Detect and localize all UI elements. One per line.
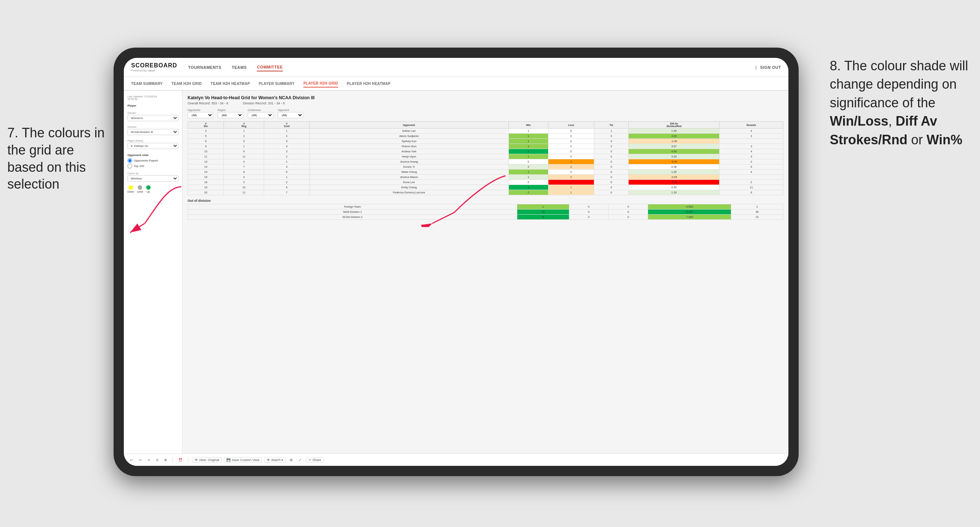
sub-nav-player-h2h-grid[interactable]: PLAYER H2H GRID bbox=[303, 80, 338, 87]
ood-cell-tie: 0 bbox=[609, 214, 648, 220]
out-of-division-table: Foreign Team 1 0 0 4.500 2 NAIA Division… bbox=[188, 204, 783, 220]
cell-win: 2 bbox=[509, 164, 548, 170]
cell-tie: 1 bbox=[594, 129, 628, 134]
legend-down-label: Down bbox=[127, 190, 134, 193]
cell-diff: 0.30 bbox=[628, 185, 719, 190]
cell-diff: 0.38 bbox=[628, 164, 719, 170]
cell-win: 1 bbox=[509, 175, 548, 180]
top100-radio[interactable] bbox=[127, 164, 132, 168]
filter-opponents-select[interactable]: (All) bbox=[188, 112, 213, 118]
cell-reg: 10 bbox=[224, 185, 264, 190]
gender-section: Gender Women's bbox=[127, 112, 178, 121]
gender-label: Gender bbox=[127, 112, 178, 114]
sub-nav-team-summary[interactable]: TEAM SUMMARY bbox=[131, 80, 163, 87]
bottom-toolbar: ↩ ↪ ↩ ⎘ ⊕ ⏰ 👁 View: Original 💾 Save Cust… bbox=[124, 453, 788, 466]
player-rank-select[interactable]: 8. Katelyn Vo bbox=[127, 143, 178, 149]
legend-up: Up bbox=[146, 185, 151, 193]
cell-div: 11 bbox=[188, 154, 224, 159]
colour-by-select[interactable]: Win/loss bbox=[127, 175, 178, 182]
cell-opponent: Andrea York bbox=[309, 149, 509, 154]
tablet-screen: SCOREBOARD Powered by clippd TOURNAMENTS… bbox=[124, 58, 788, 466]
filter-opponent-label: Opponent bbox=[278, 109, 303, 111]
save-custom-label: Save Custom View bbox=[232, 458, 259, 462]
cell-rounds: 3 bbox=[719, 134, 783, 139]
nav-teams[interactable]: TEAMS bbox=[232, 64, 247, 71]
cell-opponent: Stella Cheng bbox=[309, 170, 509, 175]
expand-button[interactable]: ⤢ bbox=[297, 457, 303, 462]
cell-win: 2 bbox=[509, 190, 548, 195]
ood-cell-opponent: NCAA Division 2 bbox=[188, 214, 517, 220]
cell-win: 1 bbox=[509, 154, 548, 159]
paste-button[interactable]: ⊕ bbox=[162, 457, 169, 462]
cell-loss: 1 bbox=[548, 159, 594, 164]
gender-select[interactable]: Women's bbox=[127, 115, 178, 121]
sub-nav-team-h2h-heatmap[interactable]: TEAM H2H HEATMAP bbox=[211, 80, 250, 87]
nav-committee[interactable]: COMMITTEE bbox=[257, 63, 283, 71]
tablet-frame: SCOREBOARD Powered by clippd TOURNAMENTS… bbox=[114, 48, 799, 476]
sign-out-button[interactable]: Sign out bbox=[760, 64, 781, 71]
filter-conference-select[interactable]: (All) bbox=[248, 112, 273, 118]
cell-rounds: 11 bbox=[719, 185, 783, 190]
view-icon: 👁 bbox=[194, 458, 198, 462]
share-button[interactable]: ↗ Share bbox=[305, 457, 323, 463]
table-row: 14 7 4 Eunice Yi 2 2 0 0.38 9 bbox=[188, 164, 783, 170]
annotation-bold-winloss: Win/Loss bbox=[830, 114, 888, 129]
undo2-button[interactable]: ↩ bbox=[146, 457, 153, 462]
redo-button[interactable]: ↪ bbox=[137, 457, 143, 462]
cell-opponent: Heejo Hyun bbox=[309, 154, 509, 159]
ood-table-row: NCAA Division 2 5 0 0 7.400 10 bbox=[188, 214, 783, 220]
last-updated: Last Updated: 27/03/2024 16:55:38 bbox=[127, 95, 178, 100]
ood-cell-loss: 0 bbox=[569, 210, 609, 214]
ood-cell-diff: 9.267 bbox=[648, 210, 731, 214]
sub-nav-team-h2h-grid[interactable]: TEAM H2H GRID bbox=[172, 80, 202, 87]
legend-down-dot bbox=[129, 185, 133, 190]
top100-option[interactable]: Top 100 bbox=[127, 164, 178, 168]
division-select[interactable]: NCAA Division III bbox=[127, 129, 178, 135]
sidebar: Last Updated: 27/03/2024 16:55:38 Player… bbox=[124, 91, 183, 453]
cell-loss: 0 bbox=[548, 149, 594, 154]
cell-rounds: 4 bbox=[719, 149, 783, 154]
out-of-division-header: Out of division bbox=[188, 199, 783, 203]
cell-tie: 0 bbox=[594, 149, 628, 154]
ood-cell-loss: 0 bbox=[569, 204, 609, 210]
grid-button[interactable]: ⊞ bbox=[288, 457, 294, 462]
cell-loss: 0 bbox=[548, 144, 594, 149]
sub-nav-player-h2h-heatmap[interactable]: PLAYER H2H HEATMAP bbox=[347, 80, 391, 87]
watch-button[interactable]: 👁 Watch ▾ bbox=[264, 457, 286, 463]
opponents-played-option[interactable]: Opponents Played bbox=[127, 158, 178, 163]
sub-nav-player-summary[interactable]: PLAYER SUMMARY bbox=[259, 80, 294, 87]
undo-button[interactable]: ↩ bbox=[128, 457, 135, 462]
filter-opponent-select[interactable]: (All) bbox=[278, 112, 303, 118]
cell-rounds: 2 bbox=[719, 159, 783, 164]
cell-div: 14 bbox=[188, 164, 224, 170]
watch-chevron: ▾ bbox=[282, 458, 283, 462]
ood-cell-loss: 0 bbox=[569, 214, 609, 220]
colour-by-section: Colour by Win/loss bbox=[127, 172, 178, 182]
cell-tie: 0 bbox=[594, 164, 628, 170]
filter-region-select[interactable]: (All) bbox=[218, 112, 243, 118]
watch-icon: 👁 bbox=[267, 458, 270, 462]
table-row: 6 3 3 Sydney Kuo 1 0 0 -1.00 bbox=[188, 139, 783, 144]
cell-diff: -5.00 bbox=[628, 180, 719, 185]
clock-button[interactable]: ⏰ bbox=[177, 457, 184, 462]
cell-reg: 1 bbox=[224, 129, 264, 134]
annotation-left: 7. The colours in the grid are based on … bbox=[7, 124, 114, 193]
ood-table-row: NAIA Division 1 15 0 0 9.267 30 bbox=[188, 210, 783, 214]
table-row: 10 6 3 Andrea York 2 0 0 4.00 4 bbox=[188, 149, 783, 154]
cell-reg: 4 bbox=[224, 159, 264, 164]
col-diff: Diff AvStrokes/Rnd bbox=[628, 122, 719, 129]
cell-reg: 7 bbox=[224, 164, 264, 170]
table-row: 20 11 7 Federica Domecq Lacroze 2 1 0 1.… bbox=[188, 190, 783, 195]
grid-area: Katelyn Vo Head-to-Head Grid for Women's… bbox=[183, 91, 788, 453]
opponent-view-section: Opponent view Opponents Played Top 100 bbox=[127, 154, 178, 168]
cell-conf: 3 bbox=[264, 149, 309, 154]
legend-down: Down bbox=[127, 185, 134, 193]
save-custom-button[interactable]: 💾 Save Custom View bbox=[224, 457, 262, 463]
share-label: Share bbox=[312, 458, 321, 462]
opponents-played-radio[interactable] bbox=[127, 158, 132, 163]
nav-tournaments[interactable]: TOURNAMENTS bbox=[188, 64, 222, 71]
view-original-button[interactable]: 👁 View: Original bbox=[192, 457, 222, 463]
cell-opponent: Emily Chang bbox=[309, 185, 509, 190]
ood-table-row: Foreign Team 1 0 0 4.500 2 bbox=[188, 204, 783, 210]
copy-button[interactable]: ⎘ bbox=[154, 457, 160, 462]
